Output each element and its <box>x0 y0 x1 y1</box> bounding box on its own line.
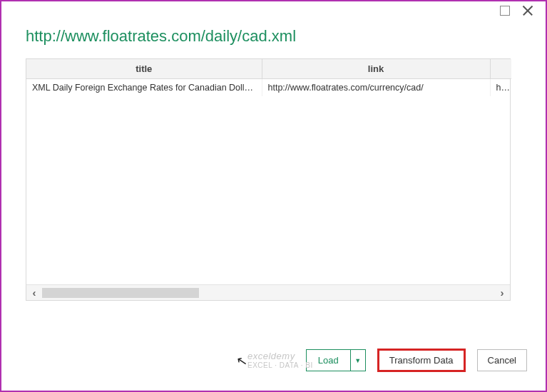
chevron-down-icon[interactable]: ▼ <box>351 350 365 371</box>
scroll-left-icon[interactable]: ‹ <box>26 285 42 301</box>
load-button[interactable]: Load <box>307 350 351 371</box>
mouse-cursor-icon: ↖ <box>235 353 249 371</box>
column-header-title[interactable]: title <box>26 59 262 79</box>
close-icon[interactable] <box>523 6 533 16</box>
table-row[interactable]: XML Daily Foreign Exchange Rates for Can… <box>26 79 511 97</box>
transform-data-button[interactable]: Transform Data <box>377 349 466 372</box>
scroll-right-icon[interactable]: › <box>494 285 510 301</box>
cancel-button[interactable]: Cancel <box>477 349 527 371</box>
cell-link: http://www.floatrates.com/currency/cad/ <box>262 79 490 97</box>
cell-extra: http:/ <box>490 79 511 97</box>
horizontal-scrollbar[interactable]: ‹ › <box>26 284 510 300</box>
column-header-extra[interactable] <box>490 59 511 79</box>
window-controls <box>500 6 533 16</box>
watermark: exceldemy EXCEL · DATA · BI <box>247 351 313 369</box>
maximize-icon[interactable] <box>500 6 510 16</box>
scroll-thumb[interactable] <box>42 288 199 298</box>
load-split-button[interactable]: Load ▼ <box>306 349 366 371</box>
table-header-row: title link <box>26 59 511 79</box>
cell-title: XML Daily Foreign Exchange Rates for Can… <box>26 79 262 97</box>
watermark-subtitle: EXCEL · DATA · BI <box>247 361 313 369</box>
page-title: http://www.floatrates.com/daily/cad.xml <box>26 27 527 46</box>
watermark-title: exceldemy <box>247 351 313 361</box>
preview-table: title link XML Daily Foreign Exchange Ra… <box>26 58 511 301</box>
dialog-window: http://www.floatrates.com/daily/cad.xml … <box>0 0 547 392</box>
scroll-track[interactable] <box>42 288 494 298</box>
footer-buttons: Load ▼ Transform Data Cancel <box>306 349 527 372</box>
column-header-link[interactable]: link <box>262 59 490 79</box>
